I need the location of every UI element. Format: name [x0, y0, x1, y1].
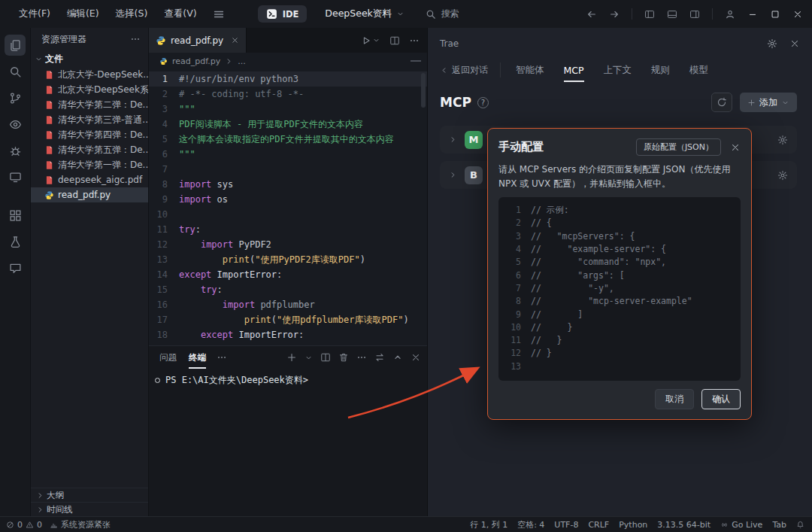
ai-panel-tab[interactable]: MCP [564, 55, 584, 85]
activity-source-control[interactable] [5, 87, 26, 108]
add-server-button[interactable]: 添加 [740, 93, 797, 112]
modal-close-icon[interactable] [730, 142, 741, 153]
more-actions-icon[interactable] [130, 34, 141, 44]
config-json-input[interactable]: 1// 示例:2// {3// "mcpServers": {4// "exam… [498, 197, 741, 381]
run-icon [361, 35, 371, 46]
project-selector[interactable]: DeepSeek资料 [325, 8, 404, 20]
notifications-icon[interactable] [796, 521, 804, 529]
more-actions-icon[interactable] [409, 35, 420, 46]
server-settings-icon[interactable] [777, 170, 788, 181]
activity-preview[interactable] [5, 114, 26, 135]
swap-panel-icon[interactable] [374, 352, 385, 363]
config-code-line: // { [531, 217, 552, 230]
files-section-header[interactable]: 文件 [31, 50, 148, 67]
more-menus-icon[interactable] [208, 8, 229, 20]
file-name: 清华大学第二弹：De... [58, 99, 148, 111]
line-number: 10 [506, 321, 521, 334]
split-editor-icon[interactable] [389, 35, 400, 46]
file-item[interactable]: read_pdf.py [31, 187, 148, 202]
ai-panel-tab[interactable]: 规则 [651, 55, 670, 85]
problems-status[interactable]: 0 0 [6, 520, 42, 530]
status-item[interactable]: 空格: 4 [517, 519, 544, 530]
ai-panel-tab[interactable]: 智能体 [516, 55, 544, 85]
breadcrumb[interactable]: read_pdf.py ... [149, 53, 427, 69]
status-item[interactable]: Go Live [720, 520, 762, 530]
close-panel-icon[interactable] [411, 352, 421, 363]
file-item[interactable]: 北京大学DeepSeek系... [31, 82, 148, 97]
new-terminal-icon[interactable] [286, 352, 297, 363]
line-number: 10 [149, 207, 179, 222]
back-to-chat-button[interactable]: 返回对话 [440, 62, 501, 78]
panel-tab[interactable]: 问题 [159, 346, 177, 369]
tab-read-pdf-py[interactable]: read_pdf.py [149, 28, 247, 53]
more-icon[interactable] [356, 352, 367, 363]
close-tab-icon[interactable] [231, 36, 239, 44]
nav-back-icon[interactable] [586, 9, 597, 20]
split-terminal-icon[interactable] [320, 352, 331, 363]
file-item[interactable]: 清华大学第四弹：De... [31, 127, 148, 142]
minimap-slider [411, 60, 421, 62]
help-icon[interactable]: ? [477, 97, 489, 108]
status-item[interactable]: Tab [772, 520, 786, 530]
maximize-icon[interactable] [770, 9, 780, 20]
raw-config-button[interactable]: 原始配置（JSON） [636, 138, 721, 156]
server-settings-icon[interactable] [777, 135, 788, 145]
account-icon[interactable] [725, 9, 735, 20]
activity-extensions[interactable] [5, 205, 26, 226]
settings-icon[interactable] [767, 38, 777, 49]
search-button[interactable]: 搜索 [426, 8, 459, 20]
menu-item[interactable]: 选择(S) [108, 8, 156, 20]
toggle-panel-icon[interactable] [667, 9, 677, 20]
status-item-label: 空格: 4 [517, 519, 544, 530]
activity-debug[interactable] [5, 140, 26, 161]
kill-terminal-icon[interactable] [338, 352, 349, 363]
maximize-panel-icon[interactable] [392, 352, 403, 363]
menu-item[interactable]: 文件(F) [11, 8, 59, 20]
timeline-section[interactable]: 时间线 [31, 502, 148, 516]
activity-remote[interactable] [5, 166, 26, 187]
status-item[interactable]: CRLF [588, 520, 609, 530]
status-item[interactable]: UTF-8 [554, 520, 578, 530]
refresh-button[interactable] [711, 93, 732, 112]
warnings-icon [26, 521, 34, 529]
ai-panel-tab[interactable]: 上下文 [604, 55, 632, 85]
window-close-icon[interactable] [792, 9, 803, 20]
minimize-icon[interactable] [747, 9, 758, 20]
cancel-button[interactable]: 取消 [655, 389, 694, 409]
activity-testing[interactable] [5, 231, 26, 252]
chevron-right-icon [225, 57, 233, 65]
search-icon [426, 9, 436, 20]
chevron-down-icon[interactable] [304, 354, 313, 362]
code-editor[interactable]: 1#!/usr/bin/env python32# -*- coding: ut… [149, 69, 427, 345]
more-icon[interactable] [217, 352, 227, 363]
nav-forward-icon[interactable] [609, 9, 620, 20]
status-item[interactable]: 3.13.5 64-bit [657, 520, 710, 530]
status-item[interactable]: 行 1, 列 1 [470, 519, 508, 530]
activity-explorer[interactable] [5, 35, 26, 56]
ai-panel-tab[interactable]: 模型 [689, 55, 708, 85]
status-item[interactable]: Python [619, 520, 647, 530]
file-item[interactable]: 清华大学第二弹：De... [31, 97, 148, 112]
outline-section[interactable]: 大纲 [31, 488, 148, 502]
timeline-label: 时间线 [47, 504, 73, 515]
file-item[interactable]: 清华大学第五弹：De... [31, 142, 148, 157]
confirm-button[interactable]: 确认 [701, 389, 741, 409]
file-item[interactable]: 北京大学-DeepSeek... [31, 67, 148, 82]
close-ai-panel-icon[interactable] [789, 38, 800, 49]
panel-tab[interactable]: 终端 [189, 346, 206, 369]
trae-logo-icon [266, 8, 277, 20]
activity-search[interactable] [5, 61, 26, 82]
file-item[interactable]: 清华大学第一弹：De... [31, 157, 148, 172]
file-item[interactable]: deepseek_aigc.pdf [31, 172, 148, 187]
toggle-secondary-sidebar-icon[interactable] [689, 9, 700, 20]
toggle-sidebar-icon[interactable] [644, 9, 655, 20]
menu-item[interactable]: 编辑(E) [59, 8, 108, 20]
resource-warning[interactable]: 系统资源紧张 [50, 519, 111, 530]
file-item[interactable]: 清华大学第三弹-普通... [31, 112, 148, 127]
menu-item[interactable]: 查看(V) [156, 8, 205, 20]
activity-feedback[interactable] [5, 257, 26, 278]
eye-icon [9, 118, 22, 131]
run-button[interactable] [361, 35, 380, 46]
breadcrumb-file: read_pdf.py [172, 56, 220, 66]
terminal-prompt[interactable]: PS E:\AI文件夹\DeepSeek资料> [149, 369, 427, 387]
